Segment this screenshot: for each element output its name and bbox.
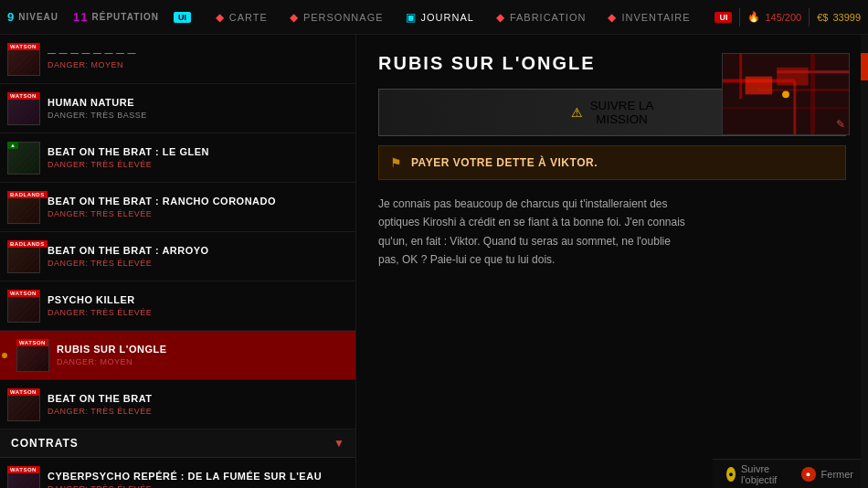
quest-icon-1: WATSON (7, 92, 40, 125)
minimap: ✎ (722, 53, 850, 135)
svg-rect-9 (777, 68, 808, 86)
quest-icon-7: WATSON (7, 388, 40, 421)
minimap-edit-icon[interactable]: ✎ (836, 118, 845, 131)
quest-icon-4: BADLANDS (7, 240, 40, 273)
quest-icon-0: WATSON (7, 43, 40, 76)
nav-inventaire[interactable]: ◆ INVENTAIRE (608, 11, 690, 24)
quest-title-6: RUBIS SUR L'ONGLE (57, 344, 348, 355)
money-stat: €$ 33999 (817, 12, 861, 23)
quest-danger-2: DANGER: TRÈS ÉLEVÉE (48, 160, 348, 169)
divider (739, 8, 740, 27)
nav-personnage-label: PERSONNAGE (303, 12, 384, 23)
health-value: 145/200 (765, 12, 801, 23)
nav-carte[interactable]: ◆ CARTE (216, 11, 268, 24)
close-action[interactable]: ● Fermer (801, 467, 853, 482)
nav-carte-label: CARTE (229, 12, 268, 23)
quest-info-6: RUBIS SUR L'ONGLE DANGER: MOYEN (57, 344, 348, 366)
nav-journal-label: JOURNAL (421, 12, 474, 23)
quest-description: Je connais pas beaucoup de charcus qui t… (378, 195, 689, 270)
quest-danger-3: DANGER: TRÈS ÉLEVÉE (48, 209, 348, 218)
quest-title-2: BEAT ON THE BRAT : LE GLEN (48, 146, 348, 157)
scrollbar-thumb (861, 53, 868, 80)
quest-badge-2: ▲ (7, 142, 18, 149)
quest-title-1: HUMAN NATURE (48, 97, 348, 108)
quest-title-5: PSYCHO KILLER (48, 294, 348, 305)
nav-journal[interactable]: ▣ JOURNAL (406, 11, 474, 24)
level-label: NIVEAU (18, 12, 58, 22)
quest-detail-panel: ✎ RUBIS SUR L'ONGLE ⚠ SUIVRE LA MISSION … (356, 35, 868, 488)
main-layout: WATSON — — — — — — — — DANGER: MOYEN WAT… (0, 35, 868, 488)
contracts-arrow: ▼ (333, 437, 344, 450)
quest-info-5: PSYCHO KILLER DANGER: TRÈS ÉLEVÉE (48, 294, 348, 317)
quest-icon-5: WATSON (7, 290, 40, 323)
quest-danger-7: DANGER: TRÈS ÉLEVÉE (48, 407, 348, 416)
svg-rect-8 (746, 77, 773, 95)
quest-item-7[interactable]: WATSON BEAT ON THE BRAT DANGER: TRÈS ÉLE… (0, 380, 355, 430)
money-icon: €$ (817, 12, 828, 23)
active-indicator (2, 353, 7, 358)
personnage-icon: ◆ (290, 11, 299, 24)
mission-btn-line2: MISSION (590, 112, 654, 126)
badge-right: UI (715, 12, 732, 23)
nav-fabrication[interactable]: ◆ FABRICATION (496, 11, 587, 24)
quest-item-5[interactable]: WATSON PSYCHO KILLER DANGER: TRÈS ÉLEVÉE (0, 281, 355, 331)
nav-inventaire-label: INVENTAIRE (621, 12, 690, 23)
nav-personnage[interactable]: ◆ PERSONNAGE (290, 11, 384, 24)
quest-info-7: BEAT ON THE BRAT DANGER: TRÈS ÉLEVÉE (48, 393, 348, 416)
quest-icon-6: WATSON (16, 339, 49, 372)
quest-badge-0: WATSON (7, 43, 39, 50)
objective-text: PAYER VOTRE DETTE À VIKTOR. (411, 156, 598, 169)
money-value: 33999 (832, 12, 861, 23)
quest-title-4: BEAT ON THE BRAT : ARROYO (48, 245, 348, 256)
right-scrollbar[interactable] (861, 35, 868, 488)
health-stat: 🔥 145/200 (747, 11, 801, 23)
contract-item-0[interactable]: WATSON CYBERPSYCHO REPÉRÉ : DE LA FUMÉE … (0, 458, 355, 488)
quest-icon-2: ▲ (7, 142, 40, 175)
quest-badge-7: WATSON (7, 388, 39, 396)
minimap-inner: ✎ (723, 54, 849, 134)
quest-danger-5: DANGER: TRÈS ÉLEVÉE (48, 308, 348, 317)
divider2 (809, 8, 810, 27)
quest-badge-3: BADLANDS (7, 191, 48, 198)
journal-icon: ▣ (406, 11, 417, 24)
quest-info-1: HUMAN NATURE DANGER: TRÈS BASSE (48, 97, 348, 120)
follow-objective-btn-icon: ● (726, 467, 736, 482)
quest-item-1[interactable]: WATSON HUMAN NATURE DANGER: TRÈS BASSE (0, 84, 355, 133)
quest-danger-6: DANGER: MOYEN (57, 357, 348, 366)
quest-badge-1: WATSON (7, 92, 39, 100)
quest-item-3[interactable]: BADLANDS BEAT ON THE BRAT : RANCHO CORON… (0, 183, 355, 232)
svg-point-10 (782, 90, 789, 98)
quest-badge-5: WATSON (7, 290, 39, 297)
nav-fabrication-label: FABRICATION (510, 12, 587, 23)
quest-title-0: — — — — — — — — (48, 48, 348, 58)
contract-icon-0: WATSON (7, 466, 40, 489)
top-bar: 9 NIVEAU 11 RÉPUTATION UI ◆ CARTE ◆ PERS… (0, 0, 868, 35)
quest-item-2[interactable]: ▲ BEAT ON THE BRAT : LE GLEN DANGER: TRÈ… (0, 133, 355, 183)
mission-btn-text: SUIVRE LA MISSION (590, 99, 654, 126)
quest-badge-4: BADLANDS (7, 240, 48, 248)
quest-info-2: BEAT ON THE BRAT : LE GLEN DANGER: TRÈS … (48, 146, 348, 169)
quest-sidebar[interactable]: WATSON — — — — — — — — DANGER: MOYEN WAT… (0, 35, 356, 488)
quest-item-6[interactable]: WATSON RUBIS SUR L'ONGLE DANGER: MOYEN (0, 331, 355, 380)
health-icon: 🔥 (747, 11, 760, 23)
minimap-map (723, 54, 849, 135)
quest-item-4[interactable]: BADLANDS BEAT ON THE BRAT : ARROYO DANGE… (0, 232, 355, 281)
close-btn-icon: ● (801, 467, 816, 482)
follow-objective-action[interactable]: ● Suivre l'objectif (726, 463, 782, 485)
quest-info-3: BEAT ON THE BRAT : RANCHO CORONADO DANGE… (48, 196, 348, 218)
quest-danger-1: DANGER: TRÈS BASSE (48, 111, 348, 120)
quest-title-3: BEAT ON THE BRAT : RANCHO CORONADO (48, 196, 348, 207)
mission-warning-icon: ⚠ (571, 105, 583, 120)
contract-info-0: CYBERPSYCHO REPÉRÉ : DE LA FUMÉE SUR L'E… (48, 471, 348, 488)
contracts-title: CONTRATS (11, 437, 79, 450)
contract-badge-0: WATSON (7, 466, 39, 473)
quest-info-4: BEAT ON THE BRAT : ARROYO DANGER: TRÈS É… (48, 245, 348, 268)
quest-title-7: BEAT ON THE BRAT (48, 393, 348, 404)
badge-left: UI (174, 12, 191, 23)
carte-icon: ◆ (216, 11, 225, 24)
quest-item-0[interactable]: WATSON — — — — — — — — DANGER: MOYEN (0, 35, 355, 84)
rep-stat: 11 RÉPUTATION (73, 10, 159, 24)
contracts-section-header[interactable]: CONTRATS ▼ (0, 430, 355, 458)
inventaire-icon: ◆ (608, 11, 617, 24)
contract-title-0: CYBERPSYCHO REPÉRÉ : DE LA FUMÉE SUR L'E… (48, 471, 348, 482)
